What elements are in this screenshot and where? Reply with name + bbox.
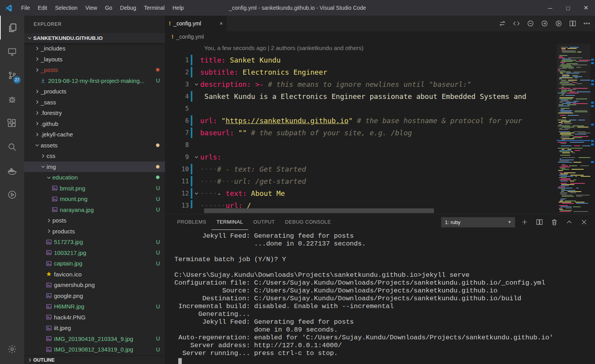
tree-item-css[interactable]: css (24, 151, 165, 161)
tree-item-h6mnr-jpg[interactable]: H6MNR.jpgU (24, 301, 165, 312)
split-terminal-icon[interactable] (534, 217, 545, 228)
tab-terminal[interactable]: TERMINAL (211, 214, 248, 230)
tree-item-posts[interactable]: posts (24, 215, 165, 226)
fold-chevron-icon[interactable] (192, 154, 200, 160)
menu-terminal[interactable]: Terminal (140, 0, 168, 16)
code-brackets-icon[interactable] (510, 18, 522, 29)
tree-item-products[interactable]: products (24, 226, 165, 237)
terminal-output[interactable]: Jekyll Feed: Generating feed for posts .… (165, 232, 595, 364)
more-actions-icon[interactable] (581, 18, 593, 29)
tree-item-2019-08-12-my-first-project-making[interactable]: 2019-08-12-my-first-project-making...U (24, 75, 165, 86)
minimap[interactable] (557, 44, 590, 213)
code-line-5[interactable]: 5 (165, 102, 557, 115)
tree-item-products[interactable]: _products (24, 86, 165, 97)
file-tree: _includes_layouts_posts2019-08-12-my-fir… (24, 43, 165, 355)
tree-item-google-png[interactable]: google.png (24, 290, 165, 301)
tree-item-includes[interactable]: _includes (24, 43, 165, 54)
settings-gear-icon (7, 344, 17, 354)
fold-chevron-icon[interactable] (192, 191, 200, 196)
tree-item-jekyll-cache[interactable]: .jekyll-cache (24, 129, 165, 140)
split-editor-icon[interactable] (566, 18, 579, 29)
horizontal-scrollbar[interactable] (204, 208, 434, 213)
tree-item-github[interactable]: .github (24, 118, 165, 129)
code-editor[interactable]: You, a few seconds ago | 2 authors (sank… (165, 42, 557, 208)
tree-item-mount-png[interactable]: mount.pngU (24, 194, 165, 204)
manage-button[interactable] (0, 337, 24, 361)
source-control-button[interactable]: 27 (0, 63, 24, 87)
tree-item-narayana-jpg[interactable]: narayana.jpgU (24, 204, 165, 215)
tree-item-gamershub-png[interactable]: gamershub.png (24, 280, 165, 290)
tab-debug-console[interactable]: DEBUG CONSOLE (280, 214, 336, 230)
tree-item-hack4r-png[interactable]: hack4r.PNG (24, 312, 165, 323)
code-line-12[interactable]: 12····- text: About Me (165, 187, 557, 199)
code-line-7[interactable]: 7baseurl: "" # the subpath of your site,… (165, 127, 557, 139)
menu-view[interactable]: View (81, 0, 101, 16)
code-line-2[interactable]: 2subtitle: Electronics Engineer (165, 66, 557, 78)
tree-item-img-20190812-134319-0-jpg[interactable]: IMG_20190812_134319_0.jpgU (24, 344, 165, 355)
menu-edit[interactable]: Edit (34, 0, 51, 16)
close-panel-icon[interactable] (578, 217, 590, 228)
code-line-9[interactable]: 9urls: (165, 151, 557, 163)
next-change-icon[interactable] (538, 18, 550, 29)
tab-config-yml[interactable]: ! _config.yml × (165, 16, 227, 31)
tree-item-label: IMG_20190418_210334_9.jpg (54, 335, 133, 342)
previous-change-icon[interactable] (524, 18, 536, 29)
kill-terminal-icon[interactable] (548, 217, 560, 228)
code-runner-button[interactable] (0, 183, 24, 206)
tab-problems[interactable]: PROBLEMS (172, 214, 211, 230)
code-line-13[interactable]: 13······url: / (165, 199, 557, 208)
new-terminal-icon[interactable] (519, 217, 530, 228)
tree-item-img[interactable]: img (24, 161, 165, 172)
tree-item-captain-jpg[interactable]: captain.jpgU (24, 258, 165, 269)
remote-explorer-button[interactable] (0, 39, 24, 63)
maximize-button[interactable]: □ (559, 0, 577, 16)
fold-chevron-icon[interactable] (192, 82, 200, 87)
terminal-picker[interactable]: 1: ruby ▼ (441, 217, 515, 228)
run-code-icon[interactable] (552, 18, 565, 29)
minimize-button[interactable]: ─ (541, 0, 559, 16)
tree-item-assets[interactable]: assets (24, 140, 165, 151)
menu-file[interactable]: File (17, 0, 34, 16)
tree-item-posts[interactable]: _posts (24, 65, 165, 75)
overview-ruler[interactable] (590, 44, 595, 213)
code-line-1[interactable]: 1title: Sanket Kundu (165, 54, 557, 66)
tree-root-header[interactable]: SANKETKUNDU.GITHUB.IO (24, 33, 165, 43)
menu-help[interactable]: Help (168, 0, 188, 16)
extensions-button[interactable] (0, 111, 24, 135)
code-line-11[interactable]: 11····#···url: /get-started (165, 175, 557, 187)
code-line-4[interactable]: 4 Sanket Kundu is a Electronics Engineer… (165, 90, 557, 102)
chevron-right-icon (33, 56, 41, 63)
tab-output[interactable]: OUTPUT (248, 214, 280, 230)
debug-button[interactable] (0, 87, 24, 111)
tree-item-1003217-jpg[interactable]: 1003217.jpgU (24, 247, 165, 258)
tree-item-layouts[interactable]: _layouts (24, 54, 165, 65)
code-line-10[interactable]: 10····# - text: Get Started (165, 163, 557, 175)
menu-selection[interactable]: Selection (51, 0, 82, 16)
tree-item-label: H6MNR.jpg (54, 303, 84, 310)
docker-button[interactable] (0, 159, 24, 183)
breadcrumb[interactable]: ! _config.yml (165, 31, 595, 42)
tree-item-forestry[interactable]: .forestry (24, 108, 165, 118)
tree-item-img-20190418-210334-9-jpg[interactable]: IMG_20190418_210334_9.jpgU (24, 334, 165, 344)
menu-debug[interactable]: Debug (116, 0, 140, 16)
code-line-6[interactable]: 6url: "https://sanketkundu.github.io" # … (165, 115, 557, 127)
tree-item-bmsit-png[interactable]: bmsit.pngU (24, 183, 165, 194)
git-status-badge: U (156, 77, 160, 84)
outline-section-header[interactable]: OUTLINE (24, 355, 165, 364)
code-line-3[interactable]: 3description: >- # this means to ignore … (165, 78, 557, 90)
tree-item-sass[interactable]: _sass (24, 97, 165, 108)
maximize-panel-icon[interactable] (563, 217, 575, 228)
search-button[interactable] (0, 135, 24, 159)
star-file-icon (45, 271, 53, 278)
tree-item-education[interactable]: education (24, 172, 165, 183)
tab-close-icon[interactable]: × (220, 20, 223, 27)
explorer-button[interactable] (0, 16, 24, 39)
tree-item-517273-jpg[interactable]: 517273.jpgU (24, 237, 165, 247)
tree-item-favicon-ico[interactable]: favicon.ico (24, 269, 165, 280)
tree-item-label: captain.jpg (54, 260, 82, 267)
menu-go[interactable]: Go (101, 0, 116, 16)
close-button[interactable]: ✕ (577, 0, 595, 16)
code-line-8[interactable]: 8 (165, 139, 557, 151)
tree-item-iit-jpeg[interactable]: iit.jpeg (24, 323, 165, 334)
open-changes-icon[interactable] (496, 18, 508, 29)
